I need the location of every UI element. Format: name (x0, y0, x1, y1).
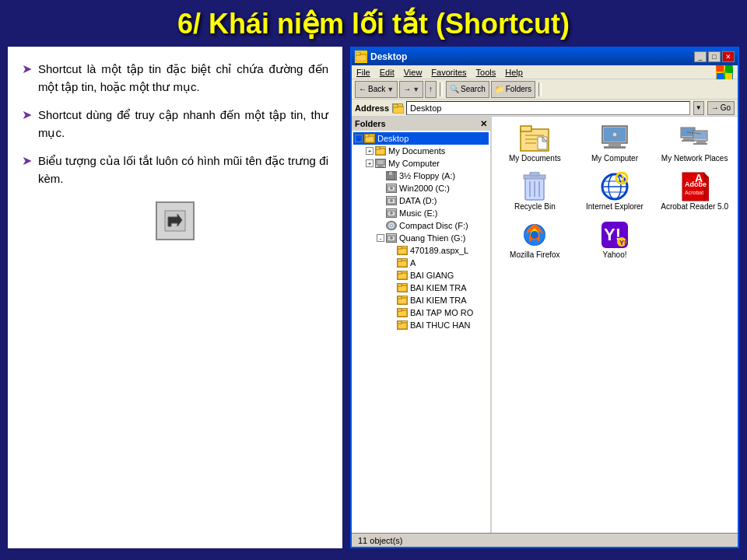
up-button[interactable]: ↑ (425, 81, 437, 98)
tree-item-g[interactable]: - Quang Thien (G:) (353, 232, 489, 244)
tree-expand-desktop[interactable]: - (355, 135, 363, 142)
svg-point-28 (390, 236, 393, 240)
tree-item-c[interactable]: Win2000 (C:) (353, 182, 489, 194)
svg-text:Y!: Y! (619, 239, 626, 247)
tree-expand-mydocs[interactable]: + (366, 147, 374, 155)
menu-favorites[interactable]: Favorites (431, 68, 466, 77)
svg-rect-44 (521, 126, 531, 131)
menu-file[interactable]: File (356, 68, 370, 77)
folders-label: Folders (506, 85, 531, 93)
menu-tools[interactable]: Tools (476, 68, 496, 77)
bullet-item-1: ➤ Shortcut là một tập tin đặc biệt chỉ c… (22, 61, 328, 96)
file-label-mydocs: My Documents (509, 154, 561, 163)
tree-floppy-icon (386, 171, 397, 180)
file-item-firefox[interactable]: Mozilla Firefox (496, 218, 573, 263)
tree-label-c: Win2000 (C:) (399, 184, 450, 193)
file-item-yahoo[interactable]: Y! Y! Yahoo! (577, 218, 654, 263)
file-item-mydocs[interactable]: My Documents (496, 121, 573, 166)
tree-folder-g7 (397, 320, 408, 330)
back-dropdown-icon[interactable]: ▼ (387, 86, 394, 93)
tree-expand-g[interactable]: - (377, 234, 384, 242)
svg-rect-6 (717, 73, 724, 79)
network-icon (679, 124, 710, 152)
folders-tree[interactable]: - Desktop + My Documents (352, 131, 490, 533)
left-panel: ➤ Shortcut là một tập tin đặc biệt chỉ c… (8, 47, 342, 548)
file-item-recycle[interactable]: Recycle Bin (496, 170, 573, 215)
explorer-statusbar: 11 object(s) (352, 533, 738, 547)
forward-button[interactable]: → ▼ (399, 81, 423, 98)
folders-icon: 📁 (495, 85, 504, 93)
svg-point-24 (390, 212, 393, 215)
explorer-window: Desktop _ □ ✕ File Edit View Favorites T… (350, 47, 739, 548)
tree-drive-d-icon (386, 196, 397, 205)
explorer-addressbar: Address Desktop ▼ → Go (352, 100, 738, 117)
tree-item-floppy[interactable]: 3½ Floppy (A:) (353, 170, 489, 182)
bullet-text-1: Shortcut là một tập tin đặc biệt chỉ chứ… (38, 61, 328, 96)
tree-folder-g5 (397, 296, 408, 305)
address-dropdown[interactable]: ▼ (693, 101, 704, 115)
tree-item-g-4[interactable]: BAI KIEM TRA (353, 282, 489, 294)
shortcut-icon (156, 201, 195, 240)
tree-item-mycomputer[interactable]: + My Computer (353, 157, 489, 170)
svg-rect-7 (725, 73, 732, 79)
tree-label-g6: BAI TAP MO RO (410, 308, 473, 317)
toolbar-separator-2 (538, 82, 542, 96)
forward-dropdown-icon[interactable]: ▼ (412, 86, 419, 93)
svg-rect-3 (356, 52, 360, 55)
tree-item-g-1[interactable]: 470189.aspx_L (353, 244, 489, 257)
svg-rect-58 (682, 140, 694, 142)
main-content: ➤ Shortcut là một tập tin đặc biệt chỉ c… (0, 47, 747, 556)
tree-label-f: Compact Disc (F:) (399, 221, 468, 230)
svg-point-75 (616, 173, 627, 184)
file-label-mycomputer: My Computer (591, 154, 638, 163)
svg-point-20 (390, 187, 393, 190)
go-button[interactable]: → Go (707, 101, 735, 115)
tree-item-desktop[interactable]: - Desktop (353, 132, 489, 145)
shortcut-arrow-svg (163, 209, 187, 233)
tree-item-g-6[interactable]: BAI TAP MO RO (353, 306, 489, 319)
tree-expand-g3 (388, 271, 395, 279)
file-item-mycomputer[interactable]: My Computer (577, 121, 654, 166)
folders-header: Folders ✕ (352, 117, 490, 131)
svg-text:Acrobat: Acrobat (685, 190, 703, 195)
tree-label-g5: BAI KIEM TRA (410, 296, 467, 305)
svg-text:A: A (695, 172, 703, 184)
maximize-button[interactable]: □ (708, 51, 721, 62)
tree-expand-mycomputer[interactable]: + (366, 159, 374, 167)
tree-item-e[interactable]: Music (E:) (353, 207, 489, 219)
files-scroll-area[interactable]: My Documents (492, 117, 738, 533)
svg-rect-5 (725, 65, 732, 72)
svg-rect-42 (398, 321, 402, 324)
tree-item-d[interactable]: DATA (D:) (353, 194, 489, 207)
slide-title: 6/ Khái niệm lối tắt (Shortcut) (177, 8, 570, 40)
explorer-titlebar-buttons[interactable]: _ □ ✕ (694, 51, 735, 62)
tree-item-g-2[interactable]: A (353, 257, 489, 269)
close-button[interactable]: ✕ (722, 51, 735, 62)
menu-help[interactable]: Help (505, 68, 523, 77)
bullet-text-2: Shortcut dùng để truy cập nhanh đến một … (38, 107, 328, 142)
tree-drive-g-icon (386, 233, 397, 243)
folders-button[interactable]: 📁 Folders (491, 81, 535, 98)
tree-item-f[interactable]: Compact Disc (F:) (353, 219, 489, 232)
acrobat-icon: Adobe Acrobat A (679, 173, 710, 201)
menu-view[interactable]: View (404, 68, 423, 77)
tree-item-g-5[interactable]: BAI KIEM TRA (353, 294, 489, 306)
search-button[interactable]: 🔍 Search (446, 81, 489, 98)
tree-label-mydocs: My Documents (388, 146, 445, 156)
menu-edit[interactable]: Edit (380, 68, 395, 77)
svg-point-83 (531, 231, 538, 239)
tree-expand-g7 (388, 321, 395, 329)
tree-item-g-3[interactable]: BAI GIANG (353, 269, 489, 282)
address-field[interactable]: Desktop (406, 101, 690, 115)
file-item-network[interactable]: My Network Places (656, 121, 733, 166)
tree-item-g-7[interactable]: BAI THUC HAN (353, 319, 489, 331)
tree-folder-icon-mydocs (375, 146, 386, 156)
file-item-ie[interactable]: Internet Explorer (577, 170, 654, 215)
minimize-button[interactable]: _ (694, 51, 707, 62)
file-item-acrobat[interactable]: Adobe Acrobat A Acrobat Reader 5.0 (656, 170, 733, 215)
tree-item-mydocs[interactable]: + My Documents (353, 145, 489, 157)
tree-expand-g1 (388, 247, 395, 254)
go-arrow-icon: → (711, 103, 719, 112)
folders-close-button[interactable]: ✕ (480, 119, 487, 129)
back-button[interactable]: ← Back ▼ (355, 81, 398, 98)
